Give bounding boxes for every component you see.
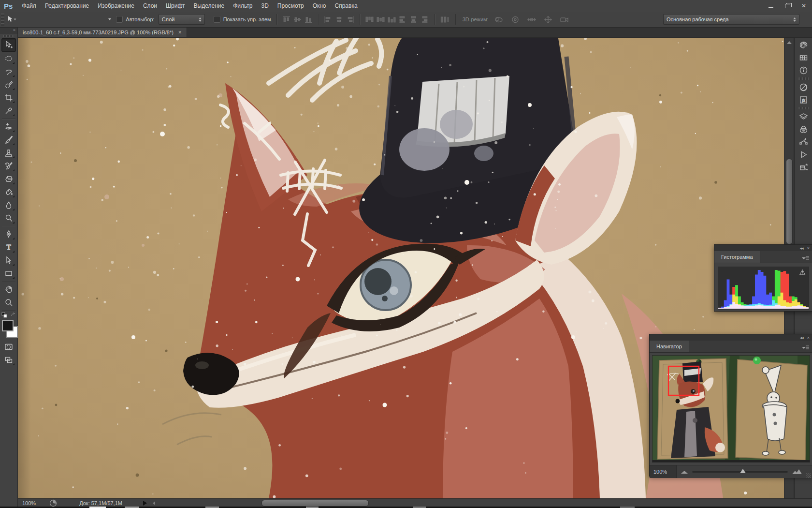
align-top-edges-icon[interactable] (282, 16, 290, 23)
eyedropper-tool[interactable] (2, 105, 15, 117)
menu-window[interactable]: Окно (308, 0, 331, 11)
blur-tool[interactable] (2, 199, 15, 211)
align-right-edges-icon[interactable] (346, 16, 354, 23)
toolbar-grip[interactable] (3, 35, 14, 37)
foreground-color-swatch[interactable] (2, 320, 14, 331)
3d-rotate-icon[interactable] (493, 15, 504, 24)
zoom-tool[interactable] (2, 296, 15, 309)
autoselect-target-dropdown[interactable]: Слой (159, 14, 205, 25)
menu-view[interactable]: Просмотр (273, 0, 308, 11)
align-horizontal-centers-icon[interactable] (335, 16, 343, 23)
menu-type[interactable]: Шрифт (161, 0, 189, 11)
show-transform-controls-checkbox[interactable] (214, 16, 220, 23)
crop-tool[interactable] (2, 91, 15, 104)
navigator-thumbnail[interactable] (652, 356, 810, 460)
toolbar-collapse-button[interactable]: » (0, 27, 17, 34)
distribute-top-edges-icon[interactable] (365, 16, 374, 23)
menu-layers[interactable]: Слои (139, 0, 161, 11)
status-zoom-field[interactable]: 100% (22, 500, 36, 506)
healing-tool[interactable] (2, 120, 15, 133)
minimize-button[interactable] (763, 0, 779, 12)
tab-close-icon[interactable]: × (178, 29, 182, 36)
pen-tool[interactable] (2, 228, 15, 240)
autoselect-checkbox[interactable] (116, 16, 123, 23)
dodge-tool[interactable] (2, 212, 15, 224)
quick-selection-tool[interactable] (2, 78, 15, 91)
distribute-right-edges-icon[interactable] (421, 16, 429, 23)
zoom-in-icon[interactable] (792, 469, 802, 475)
adobe-drive-icon[interactable] (49, 499, 57, 507)
navigator-zoom-field[interactable]: 100% (650, 465, 677, 478)
navigator-collapse-icon[interactable]: ◂◂ (800, 335, 803, 340)
dock-grip-3[interactable] (798, 107, 809, 109)
info-panel-icon[interactable] (795, 64, 812, 76)
distribute-bottom-edges-icon[interactable] (388, 16, 396, 23)
3d-camera-icon[interactable] (559, 15, 570, 24)
menu-select[interactable]: Выделение (189, 0, 229, 11)
workspace-dropdown[interactable]: Основная рабочая среда (663, 14, 799, 25)
actions-panel-icon[interactable] (795, 148, 812, 161)
3d-slide-icon[interactable] (543, 15, 553, 24)
path-selection-tool[interactable] (2, 254, 15, 267)
screen-mode-button[interactable] (2, 354, 15, 366)
histogram-warning-icon[interactable]: ⚠ (799, 268, 806, 277)
menu-filter[interactable]: Фильтр (229, 0, 257, 11)
align-vertical-centers-icon[interactable] (293, 16, 302, 23)
histogram-collapse-icon[interactable]: ◂◂ (800, 246, 803, 251)
distribute-spacing-icon[interactable] (440, 16, 450, 23)
clone-stamp-tool[interactable] (2, 147, 15, 159)
scroll-up-arrow[interactable] (787, 41, 792, 44)
styles-panel-icon[interactable]: fx (795, 93, 812, 106)
marquee-tool[interactable] (2, 52, 15, 65)
navigator-zoom-slider-thumb[interactable] (740, 469, 746, 473)
swap-colors-icon[interactable] (11, 312, 16, 318)
history-panel-icon[interactable] (795, 161, 812, 173)
close-button[interactable]: ✕ (796, 0, 812, 12)
panel-resize-grip[interactable] (806, 473, 811, 478)
hand-tool[interactable] (2, 283, 15, 296)
menu-file[interactable]: Файл (17, 0, 41, 11)
navigator-tab[interactable]: Навигатор (650, 341, 689, 352)
color-panel-icon[interactable] (795, 39, 812, 51)
distribute-vertical-centers-icon[interactable] (377, 16, 385, 23)
rectangle-tool[interactable] (2, 267, 15, 280)
align-left-edges-icon[interactable] (324, 16, 332, 23)
vertical-scrollbar-thumb[interactable] (786, 159, 793, 244)
navigator-zoom-slider[interactable] (692, 471, 788, 473)
horizontal-scrollbar-thumb[interactable] (261, 500, 369, 507)
restore-button[interactable] (779, 0, 796, 12)
move-tool[interactable] (1, 38, 16, 52)
navigator-panel-menu-icon[interactable] (802, 345, 810, 350)
brush-tool[interactable] (2, 134, 15, 146)
histogram-close-icon[interactable]: × (807, 246, 810, 251)
adjustments-panel-icon[interactable] (795, 81, 812, 93)
paths-panel-icon[interactable] (795, 135, 812, 148)
distribute-left-edges-icon[interactable] (399, 16, 407, 23)
channels-panel-icon[interactable] (795, 123, 812, 135)
3d-roll-icon[interactable] (510, 15, 521, 24)
options-grip[interactable] (1, 13, 4, 26)
swatches-panel-icon[interactable] (795, 51, 812, 64)
zoom-out-icon[interactable] (681, 469, 688, 474)
menu-3d[interactable]: 3D (257, 0, 273, 11)
move-option-dropdown-arrow[interactable] (107, 18, 111, 20)
type-tool[interactable]: T (2, 241, 15, 254)
hscroll-left-arrow[interactable] (152, 501, 156, 506)
document-tab[interactable]: iso800-1_60 c-f_6,3-59,0 мм-773A0219.JPG… (17, 27, 187, 37)
history-brush-tool[interactable] (2, 160, 15, 172)
lasso-tool[interactable] (2, 65, 15, 78)
align-bottom-edges-icon[interactable] (304, 16, 313, 23)
histogram-tab[interactable]: Гистограмма (714, 251, 760, 263)
quick-mask-button[interactable] (2, 341, 15, 353)
distribute-horizontal-centers-icon[interactable] (410, 16, 418, 23)
status-popup-arrow[interactable] (143, 500, 147, 506)
navigator-close-icon[interactable]: × (807, 335, 810, 340)
3d-pan-icon[interactable] (526, 15, 537, 24)
histogram-panel-menu-icon[interactable] (802, 255, 810, 260)
menu-image[interactable]: Изображение (93, 0, 139, 11)
eraser-tool[interactable] (2, 173, 15, 185)
menu-help[interactable]: Справка (331, 0, 362, 11)
dock-grip-2[interactable] (798, 77, 809, 80)
menu-edit[interactable]: Редактирование (41, 0, 93, 11)
layers-panel-icon[interactable] (795, 110, 812, 123)
